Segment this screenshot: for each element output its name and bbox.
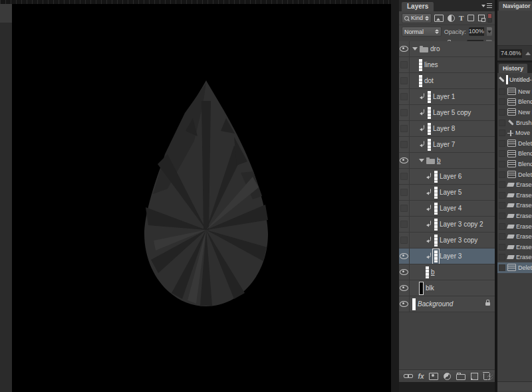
history-source-well[interactable]: [499, 192, 505, 199]
filter-shape-layers-icon[interactable]: [467, 15, 474, 21]
history-source-well[interactable]: [499, 120, 505, 126]
layer-thumbnail[interactable]: [419, 282, 424, 295]
layer-name[interactable]: Background: [418, 300, 453, 308]
visibility-toggle[interactable]: [399, 57, 410, 72]
tab-history[interactable]: History: [499, 64, 527, 73]
history-source-well[interactable]: [499, 264, 505, 271]
visibility-toggle[interactable]: [399, 185, 410, 200]
history-state-new-layer-2[interactable]: New Layer: [497, 107, 532, 118]
filter-toggle-switch[interactable]: [487, 13, 492, 23]
layer-name[interactable]: Layer 7: [433, 141, 455, 148]
tab-navigator[interactable]: Navigator: [499, 1, 532, 11]
filter-type-layers-icon[interactable]: T: [459, 14, 464, 22]
visibility-toggle[interactable]: [399, 105, 410, 120]
opacity-dropdown-arrow[interactable]: [487, 27, 492, 36]
layer-row-layer-7[interactable]: Layer 7: [399, 137, 495, 153]
layer-row-b[interactable]: b: [399, 153, 495, 169]
panel-menu-icon[interactable]: [481, 3, 492, 8]
link-layers-icon[interactable]: [404, 372, 413, 381]
history-source-well[interactable]: [499, 244, 505, 250]
history-source-well[interactable]: [499, 161, 505, 167]
visibility-toggle[interactable]: [399, 121, 410, 136]
layer-thumbnail[interactable]: [428, 91, 431, 103]
layer-thumbnail[interactable]: [419, 59, 422, 71]
history-state-eraser-13[interactable]: Eraser: [497, 221, 532, 232]
layer-thumbnail[interactable]: [419, 75, 422, 87]
layer-row-lines[interactable]: lines: [399, 57, 495, 73]
layer-thumbnail[interactable]: [434, 171, 438, 183]
history-state-blending-change-1[interactable]: Blending Change: [497, 97, 532, 108]
history-state-move-4[interactable]: Move: [497, 128, 532, 138]
new-layer-icon[interactable]: [471, 373, 478, 380]
layer-thumbnail[interactable]: [434, 219, 438, 231]
layer-row-layer-3[interactable]: Layer 3: [399, 248, 495, 264]
history-snapshot-row[interactable]: Untitled-1: [497, 73, 532, 86]
visibility-toggle[interactable]: [399, 280, 410, 296]
visibility-toggle[interactable]: [399, 73, 410, 88]
history-state-delete-layer-8[interactable]: Delete Layer: [497, 169, 532, 180]
layer-thumbnail[interactable]: [428, 139, 431, 151]
layer-thumbnail[interactable]: [426, 266, 429, 278]
document-canvas[interactable]: [0, 0, 391, 392]
layer-name[interactable]: Layer 6: [440, 173, 462, 180]
layer-row-layer-3-copy[interactable]: Layer 3 copy: [399, 233, 495, 248]
layer-thumbnail[interactable]: [428, 123, 431, 135]
history-state-blending-change-7[interactable]: Blending Change: [497, 159, 532, 169]
layer-name[interactable]: Layer 1: [433, 93, 455, 100]
history-source-well[interactable]: [499, 150, 505, 157]
layer-name[interactable]: Layer 3 copy 2: [440, 221, 483, 228]
visibility-toggle[interactable]: [399, 217, 410, 232]
history-source-well[interactable]: [499, 171, 505, 178]
visibility-toggle[interactable]: [399, 41, 410, 56]
layer-row-dro[interactable]: dro: [399, 41, 495, 57]
history-source-well[interactable]: [499, 202, 505, 209]
filter-adjustment-layers-icon[interactable]: [448, 15, 455, 22]
layer-name[interactable]: Layer 5 copy: [433, 109, 471, 116]
layer-row-layer-6[interactable]: Layer 6: [399, 169, 495, 185]
opacity-value-field[interactable]: 100%: [469, 27, 484, 36]
layer-name[interactable]: blk: [426, 284, 434, 292]
layer-row-layer-3-copy-2[interactable]: Layer 3 copy 2: [399, 217, 495, 233]
history-state-eraser-12[interactable]: Eraser: [497, 211, 532, 221]
layer-row-layer-1[interactable]: Layer 1: [399, 89, 495, 105]
history-state-delete-layer-5[interactable]: Delete Layer: [497, 138, 532, 149]
history-state-new-layer-0[interactable]: New Layer: [497, 86, 532, 97]
panel-resize-grip[interactable]: [487, 375, 493, 380]
zoom-slider-icon[interactable]: [525, 52, 531, 55]
history-source-well[interactable]: [499, 213, 505, 219]
visibility-toggle[interactable]: [399, 233, 410, 248]
adjustment-layer-icon[interactable]: [444, 373, 451, 380]
layer-row-background[interactable]: Background: [399, 296, 495, 312]
history-state-eraser-14[interactable]: Eraser: [497, 231, 532, 242]
history-source-well[interactable]: [499, 140, 505, 147]
layer-name[interactable]: Layer 3: [440, 252, 462, 260]
visibility-toggle[interactable]: [399, 296, 410, 312]
layer-thumbnail[interactable]: [434, 235, 438, 246]
history-state-eraser-15[interactable]: Eraser: [497, 242, 532, 252]
layer-name[interactable]: Layer 5: [440, 189, 462, 196]
history-source-well[interactable]: [499, 233, 505, 240]
layer-name[interactable]: dro: [430, 45, 440, 52]
layer-thumbnail[interactable]: [434, 187, 438, 199]
layer-row-layer-4[interactable]: Layer 4: [399, 201, 495, 217]
history-source-well[interactable]: [499, 130, 505, 136]
history-state-blending-change-6[interactable]: Blending Change: [497, 149, 532, 159]
layer-name[interactable]: dot: [424, 77, 434, 84]
blend-mode-select[interactable]: Normal: [402, 27, 442, 37]
history-source-well[interactable]: [499, 223, 505, 230]
layer-name[interactable]: Layer 4: [440, 205, 462, 212]
history-source-well[interactable]: [499, 98, 505, 105]
history-state-brush-tool-3[interactable]: Brush Tool: [497, 118, 532, 128]
visibility-toggle[interactable]: [399, 201, 410, 216]
layer-row-layer-8[interactable]: Layer 8: [399, 121, 495, 137]
set-source-brush-icon[interactable]: [499, 76, 505, 83]
layer-name[interactable]: b: [431, 268, 435, 276]
expand-collapse-caret[interactable]: [419, 159, 424, 162]
history-state-eraser-9[interactable]: Eraser: [497, 179, 532, 190]
layer-name[interactable]: Layer 3 copy: [440, 237, 477, 244]
layer-row-blk[interactable]: blk: [399, 280, 495, 296]
layer-thumbnail[interactable]: [434, 250, 438, 262]
tab-layers[interactable]: Layers: [402, 2, 434, 11]
history-source-well[interactable]: [499, 181, 505, 188]
history-state-eraser-11[interactable]: Eraser: [497, 201, 532, 211]
